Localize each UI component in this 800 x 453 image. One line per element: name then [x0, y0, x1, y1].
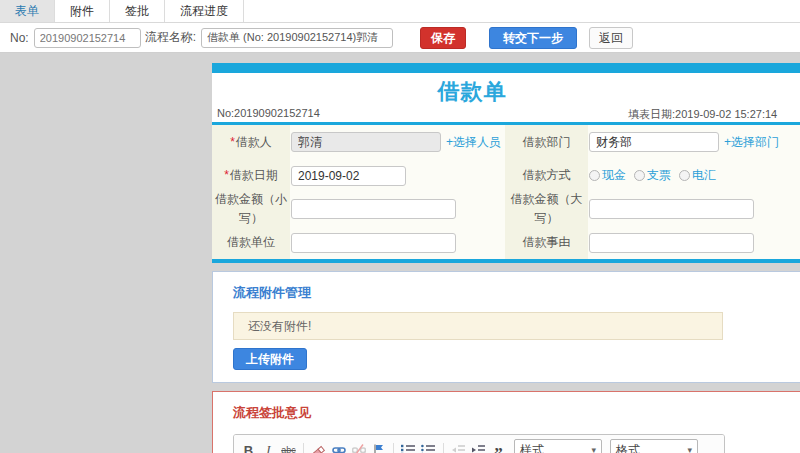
no-input[interactable]: [34, 28, 141, 48]
loan-reason-cell: [588, 226, 800, 259]
strikethrough-icon[interactable]: abc: [281, 441, 296, 453]
back-button[interactable]: 返回: [589, 27, 633, 49]
anchor-flag-icon[interactable]: [371, 441, 386, 453]
department-cell: +选择部门: [588, 125, 800, 159]
loan-method-label: 借款方式: [505, 159, 588, 192]
editor-toolbar: B I abc: [234, 435, 724, 453]
italic-icon[interactable]: I: [261, 441, 276, 453]
loan-reason-input[interactable]: [589, 233, 754, 253]
outdent-icon[interactable]: [451, 441, 466, 453]
remove-format-icon[interactable]: [311, 441, 326, 453]
select-person-link[interactable]: +选择人员: [446, 134, 501, 151]
rich-text-editor: B I abc: [233, 434, 725, 453]
amount-uppercase-label: 借款金额（大写）: [505, 192, 588, 226]
bold-icon[interactable]: B: [241, 441, 256, 453]
radio-cheque[interactable]: 支票: [634, 167, 671, 184]
link-icon[interactable]: [331, 441, 346, 453]
loan-unit-input[interactable]: [291, 233, 456, 253]
no-attachments-message: 还没有附件!: [233, 312, 723, 340]
tab-approvals[interactable]: 签批: [110, 0, 165, 22]
department-label: 借款部门: [505, 125, 588, 159]
required-mark: *: [230, 135, 235, 149]
form-top-bar: [212, 63, 800, 73]
attachments-heading: 流程附件管理: [233, 284, 800, 302]
process-name-label: 流程名称:: [145, 29, 196, 46]
approval-heading: 流程签批意见: [233, 404, 800, 422]
select-department-link[interactable]: +选择部门: [724, 134, 779, 151]
tab-bar: 表单 附件 签批 流程进度: [0, 0, 800, 23]
amount-lowercase-input[interactable]: [291, 199, 456, 219]
next-step-button[interactable]: 转交下一步: [489, 27, 577, 49]
chevron-down-icon: ▾: [687, 445, 692, 453]
indent-icon[interactable]: [471, 441, 486, 453]
blockquote-icon[interactable]: ”: [491, 438, 506, 453]
tab-attachments[interactable]: 附件: [55, 0, 110, 22]
radio-wire-transfer[interactable]: 电汇: [679, 167, 716, 184]
required-mark: *: [224, 168, 229, 182]
process-name-input[interactable]: [201, 28, 393, 48]
amount-lowercase-label: 借款金额（小写）: [212, 192, 290, 226]
style-select[interactable]: 样式 ▾: [514, 439, 602, 453]
loan-date-input[interactable]: [291, 166, 406, 186]
form-title: 借款单: [212, 73, 732, 106]
form-meta-row: No:20190902152714 填表日期:2019-09-02 15:27:…: [212, 106, 800, 122]
form-date-text: 填表日期:2019-09-02 15:27:14: [628, 107, 777, 122]
chevron-down-icon: ▾: [591, 445, 596, 453]
loan-form-panel: 借款单 No:20190902152714 填表日期:2019-09-02 15…: [212, 63, 800, 263]
toolbar-separator: [303, 443, 304, 453]
loan-date-cell: [290, 159, 505, 192]
attachments-panel: 流程附件管理 还没有附件! 上传附件: [212, 271, 800, 383]
radio-icon: [634, 170, 645, 181]
loan-unit-label: 借款单位: [212, 226, 290, 259]
loan-date-label: *借款日期: [212, 159, 290, 192]
amount-uppercase-cell: [588, 192, 800, 226]
ordered-list-icon[interactable]: [401, 441, 416, 453]
loan-reason-label: 借款事由: [505, 226, 588, 259]
borrower-input[interactable]: [291, 132, 441, 152]
format-select[interactable]: 格式 ▾: [610, 439, 698, 453]
loan-form-grid: *借款人 +选择人员 借款部门 +选择部门 *借款日期: [212, 125, 800, 259]
unordered-list-icon[interactable]: [421, 441, 436, 453]
no-label: No:: [10, 31, 29, 45]
amount-uppercase-input[interactable]: [589, 199, 754, 219]
borrower-cell: +选择人员: [290, 125, 505, 159]
amount-lowercase-cell: [290, 192, 505, 226]
loan-unit-cell: [290, 226, 505, 259]
radio-icon: [589, 170, 600, 181]
toolbar-separator: [393, 443, 394, 453]
radio-icon: [679, 170, 690, 181]
tab-form[interactable]: 表单: [0, 0, 55, 22]
save-button[interactable]: 保存: [420, 27, 466, 49]
loan-method-radio-group: 现金 支票 电汇: [589, 167, 716, 184]
page-background: 借款单 No:20190902152714 填表日期:2019-09-02 15…: [0, 53, 800, 453]
borrower-label: *借款人: [212, 125, 290, 159]
department-input[interactable]: [589, 132, 719, 152]
unlink-icon[interactable]: [351, 441, 366, 453]
radio-cash[interactable]: 现金: [589, 167, 626, 184]
upload-attachment-button[interactable]: 上传附件: [233, 348, 307, 370]
approval-panel: 流程签批意见 B I abc: [212, 391, 800, 453]
loan-method-cell: 现金 支票 电汇: [588, 159, 800, 192]
toolbar: No: 流程名称: 保存 转交下一步 返回: [0, 23, 800, 53]
toolbar-separator: [443, 443, 444, 453]
form-no-text: No:20190902152714: [217, 107, 320, 119]
form-bottom-bar: [212, 259, 800, 263]
tab-progress[interactable]: 流程进度: [165, 0, 244, 22]
